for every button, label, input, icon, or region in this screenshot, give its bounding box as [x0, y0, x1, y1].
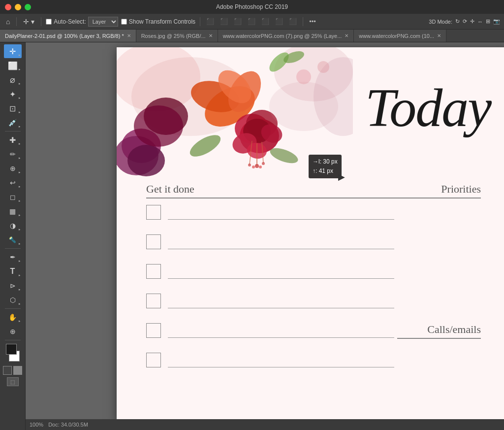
tab-watercolor-7-close[interactable]: ✕ — [345, 33, 348, 38]
align-left-icon[interactable]: ⬛ — [205, 17, 216, 26]
color-swatches[interactable] — [4, 344, 22, 362]
tab-daily-planer-label: DailyPlaner-2-01.psd @ 100% (Layer 3, RG… — [5, 33, 124, 39]
tool-shape[interactable]: ⬡ ▸ — [4, 293, 22, 307]
auto-select-label: Auto-Select: Layer Group — [46, 17, 118, 27]
todo-spacer-4 — [146, 312, 394, 319]
quick-mask-mode[interactable] — [13, 366, 22, 375]
tab-roses-close[interactable]: ✕ — [209, 33, 213, 38]
tool-quick-select[interactable]: ✦ ▸ — [4, 87, 22, 101]
tool-gradient[interactable]: ▦ ▸ — [4, 204, 22, 218]
3d-scale-icon[interactable]: ⊞ — [486, 18, 490, 25]
todo-checkbox-3[interactable] — [146, 264, 161, 279]
tool-clone[interactable]: ⊕ ▸ — [4, 162, 22, 175]
tool-sep-2 — [5, 248, 21, 249]
blur-arrow: ▸ — [19, 228, 21, 232]
todo-line-4 — [168, 308, 394, 308]
tool-crop[interactable]: ⊡ ▸ — [4, 101, 22, 115]
transform-controls-checkbox[interactable] — [121, 19, 127, 25]
tool-path-select[interactable]: ⊳ ▸ — [4, 279, 22, 293]
tool-hand[interactable]: ✋ ▸ — [4, 310, 22, 324]
divider-main — [146, 198, 407, 198]
clone-icon: ⊕ — [10, 165, 16, 172]
dodge-arrow: ▸ — [19, 242, 21, 246]
tool-sep-3 — [5, 308, 21, 309]
screen-mode-btn[interactable]: ⬚ — [7, 377, 19, 386]
tab-daily-planer[interactable]: DailyPlaner-2-01.psd @ 100% (Layer 3, RG… — [0, 30, 136, 42]
align-middle-icon[interactable]: ⬛ — [260, 17, 271, 26]
todo-checkbox-4[interactable] — [146, 294, 161, 308]
move-arrow: ▸ — [19, 53, 21, 57]
more-options-icon[interactable]: ••• — [308, 17, 317, 26]
pen-arrow: ▸ — [19, 259, 21, 263]
tool-history-brush[interactable]: ↩ ▸ — [4, 176, 22, 190]
tool-blur[interactable]: ◑ ▸ — [4, 219, 22, 232]
auto-select-dropdown[interactable]: Layer Group — [88, 17, 118, 27]
gradient-arrow: ▸ — [19, 213, 21, 217]
tool-sep-4 — [5, 340, 21, 340]
home-icon[interactable]: ⌂ — [4, 17, 12, 27]
calls-emails-text: Calls/emails — [427, 323, 481, 335]
3d-pan-icon[interactable]: ✛ — [470, 18, 474, 25]
type-icon: T — [10, 267, 15, 276]
tool-lasso[interactable]: ⌀ ▸ — [4, 73, 22, 87]
3d-slide-icon[interactable]: ↔ — [477, 19, 483, 25]
tool-dodge[interactable]: 🔦 ▸ — [4, 233, 22, 247]
tool-brush[interactable]: ✏ ▸ — [4, 147, 22, 161]
todo-line-6 — [168, 367, 394, 367]
align-center-icon[interactable]: ⬛ — [219, 17, 229, 26]
todo-checkbox-6[interactable] — [146, 353, 161, 367]
eraser-arrow: ▸ — [19, 199, 21, 203]
tool-move[interactable]: ✛ ▸ — [4, 44, 22, 58]
3d-rotate-icon[interactable]: ↻ — [455, 18, 460, 25]
tool-healing[interactable]: ✚ ▸ — [4, 133, 22, 147]
tool-zoom[interactable]: ⊕ — [4, 325, 22, 338]
todo-spacer-2 — [146, 253, 394, 260]
todo-checkbox-5[interactable] — [146, 323, 161, 338]
quick-select-icon: ✦ — [9, 90, 16, 99]
pen-icon: ✒ — [10, 253, 16, 261]
svg-point-17 — [248, 164, 251, 166]
minimize-button[interactable] — [15, 4, 21, 10]
tool-eraser[interactable]: ◻ ▸ — [4, 190, 22, 204]
align-right-icon[interactable]: ⬛ — [232, 17, 243, 26]
foreground-color[interactable] — [6, 344, 17, 355]
eyedropper-arrow: ▸ — [19, 125, 21, 129]
statusbar: 100% Doc: 34.0/30.5M — [26, 419, 504, 430]
tab-roses[interactable]: Roses.jpg @ 25% (RGB/... ✕ — [136, 30, 218, 42]
gradient-icon: ▦ — [9, 207, 16, 215]
tool-eyedropper[interactable]: 💉 ▸ — [4, 116, 22, 130]
todo-line-3 — [168, 278, 394, 279]
brush-icon: ✏ — [10, 150, 16, 158]
tab-daily-planer-close[interactable]: ✕ — [127, 33, 131, 38]
tool-pen[interactable]: ✒ ▸ — [4, 250, 22, 264]
align-bottom-icon[interactable]: ⬛ — [274, 17, 284, 26]
tab-watercolor-10-close[interactable]: ✕ — [437, 33, 441, 38]
tabs-bar: DailyPlaner-2-01.psd @ 100% (Layer 3, RG… — [0, 30, 504, 42]
todo-item-6 — [146, 353, 394, 367]
tool-sep-1 — [5, 131, 21, 132]
toolbar: ⌂ ✛ ▾ Auto-Select: Layer Group Show Tran… — [0, 14, 504, 30]
standard-mode[interactable] — [3, 366, 12, 375]
screen-mode-icon: ⬚ — [10, 379, 15, 385]
auto-select-checkbox[interactable] — [46, 19, 52, 25]
canvas-area[interactable]: Today Get it done Priorities — [26, 42, 504, 430]
todo-checkbox-1[interactable] — [146, 205, 161, 220]
todo-checkbox-2[interactable] — [146, 234, 161, 249]
tab-watercolor-7[interactable]: www.watercolorPNG.com (7).png @ 25% (Lay… — [218, 30, 354, 42]
maximize-button[interactable] — [25, 4, 31, 10]
tab-watercolor-10[interactable]: www.watercolorPNG.com (10... ✕ — [354, 30, 446, 42]
distribute-icon[interactable]: ⬛ — [287, 17, 298, 26]
titlebar: Adobe Photoshop CC 2019 — [0, 0, 504, 14]
planner-title: Today — [365, 77, 491, 139]
healing-arrow: ▸ — [19, 142, 21, 146]
lasso-arrow: ▸ — [19, 82, 21, 86]
workspace: ✛ ▸ ⬜ ▸ ⌀ ▸ ✦ ▸ ⊡ ▸ 💉 ▸ ✚ ▸ ✏ ▸ — [0, 42, 504, 430]
tool-type[interactable]: T ▸ — [4, 265, 22, 278]
todo-line-1 — [168, 219, 394, 220]
3d-camera-icon[interactable]: 📷 — [493, 18, 500, 25]
close-button[interactable] — [5, 4, 11, 10]
tool-rect-select[interactable]: ⬜ ▸ — [4, 59, 22, 72]
3d-roll-icon[interactable]: ⟳ — [463, 18, 467, 25]
align-top-icon[interactable]: ⬛ — [246, 17, 257, 26]
move-tool-icon[interactable]: ✛ ▾ — [21, 17, 36, 27]
